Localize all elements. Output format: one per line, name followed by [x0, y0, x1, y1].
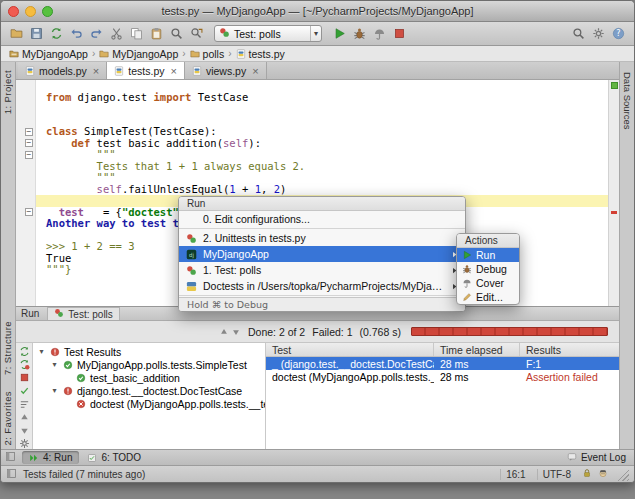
hide-passed-icon[interactable] — [17, 385, 31, 396]
inspector-icon[interactable] — [598, 468, 608, 478]
menu-item-mydjangoapp[interactable]: djMyDjangoApp — [179, 246, 465, 262]
code-line[interactable]: −class SimpleTest(TestCase): — [16, 126, 608, 138]
gutter[interactable]: − — [16, 149, 36, 161]
editor-tab-tests-py[interactable]: tests.py× — [107, 62, 185, 79]
gutter[interactable] — [16, 103, 36, 115]
code-line[interactable]: from django.test import TestCase — [16, 92, 608, 104]
gutter[interactable] — [16, 92, 36, 104]
code-line[interactable]: self.failUnlessEqual(1 + 1, 2) — [16, 184, 608, 196]
gutter[interactable] — [16, 184, 36, 196]
lock-icon[interactable] — [582, 468, 592, 478]
run-icon[interactable] — [330, 24, 349, 43]
toolwindow-tab-6-todo[interactable]: 6: TODO — [80, 451, 148, 464]
copy-icon[interactable] — [127, 24, 146, 43]
zoom-button[interactable] — [42, 6, 53, 17]
action-item-cover[interactable]: Cover — [457, 276, 519, 290]
sync-icon[interactable] — [47, 24, 66, 43]
editor-tab-models-py[interactable]: models.py× — [18, 62, 107, 79]
breadcrumb-item-tests-py[interactable]: tests.py — [234, 48, 287, 60]
close-button[interactable] — [8, 6, 19, 17]
action-item-debug[interactable]: Debug — [457, 262, 519, 276]
minimize-button[interactable] — [25, 6, 36, 17]
resize-grip[interactable] — [616, 468, 629, 481]
gutter[interactable] — [16, 172, 36, 184]
inspector-icon-slot[interactable] — [598, 468, 608, 480]
code-line[interactable]: − def test_basic_addition(self): — [16, 138, 608, 150]
editor-tab-views-py[interactable]: views.py× — [185, 62, 267, 79]
action-item-edit[interactable]: Edit... — [457, 290, 519, 304]
event-log-button[interactable]: Event Log — [567, 452, 630, 464]
fold-marker-icon[interactable]: − — [25, 128, 33, 136]
breadcrumb-item-mydjangoapp[interactable]: MyDjangoApp — [7, 48, 90, 60]
gutter[interactable]: − — [16, 126, 36, 138]
gutter[interactable] — [16, 115, 36, 127]
save-icon[interactable] — [27, 24, 46, 43]
sort-icon[interactable] — [17, 399, 31, 410]
gutter[interactable] — [16, 218, 36, 230]
run-panel-tab[interactable]: Test: polls — [47, 307, 119, 320]
toolwindow-button-project[interactable]: 1: Project — [2, 70, 13, 114]
fold-marker-icon[interactable]: − — [25, 208, 33, 216]
table-row[interactable]: doctest (MyDjangoApp.polls.tests.__test_… — [266, 370, 619, 383]
gutter[interactable] — [16, 80, 36, 92]
code-line[interactable]: − """ — [16, 149, 608, 161]
stop-icon[interactable] — [390, 24, 409, 43]
code-line[interactable]: Tests that 1 + 1 always equals 2. — [16, 161, 608, 173]
next-failed-icon[interactable] — [17, 425, 31, 436]
test-tree-node-doctest-mydjangoapp-polls-tests-te[interactable]: doctest (MyDjangoApp.polls.tests.__test_… — [33, 397, 265, 410]
stop-icon[interactable] — [17, 372, 31, 383]
breadcrumb-item-mydjangoapp[interactable]: MyDjangoApp — [97, 48, 180, 60]
settings-icon[interactable] — [17, 438, 31, 449]
redo-icon[interactable] — [87, 24, 106, 43]
menu-item-0-edit-configurations[interactable]: 0. Edit configurations... — [179, 211, 465, 227]
next-occurrence-icon[interactable] — [231, 327, 241, 337]
close-icon[interactable]: × — [170, 66, 176, 76]
breadcrumb-item-polls[interactable]: polls — [188, 48, 227, 60]
rerun-icon[interactable] — [17, 346, 31, 357]
gutter[interactable]: − — [16, 138, 36, 150]
close-icon[interactable]: × — [93, 66, 99, 76]
test-tree-node-django-test-doctest-doctestcase[interactable]: ▾django.test.__doctest.DocTestCase — [33, 384, 265, 397]
menu-item-2-unittests-in-tests-py[interactable]: 2. Unittests in tests.py — [179, 230, 465, 246]
tree-expander-icon[interactable]: ▾ — [37, 347, 46, 356]
rerun-failed-icon[interactable] — [17, 359, 31, 370]
toolwindow-button-structure[interactable]: 7: Structure — [2, 321, 13, 375]
prev-failed-icon[interactable] — [17, 412, 31, 423]
tree-expander-icon[interactable]: ▾ — [50, 360, 59, 369]
debug-icon[interactable] — [350, 24, 369, 43]
encoding-indicator[interactable]: UTF-8 — [537, 469, 576, 480]
lock-icon-slot[interactable] — [582, 468, 592, 480]
test-tree-node-mydjangoapp-polls-tests-simpletest[interactable]: ▾MyDjangoApp.polls.tests.SimpleTest — [33, 358, 265, 371]
gutter[interactable] — [16, 253, 36, 265]
statusbar-toggle-icon[interactable] — [6, 468, 17, 481]
code-line[interactable] — [16, 103, 608, 115]
toolwindow-toggle-icon[interactable] — [5, 451, 16, 464]
settings-icon[interactable] — [589, 24, 608, 43]
fold-marker-icon[interactable]: − — [25, 151, 33, 159]
search-icon[interactable] — [569, 24, 588, 43]
gutter[interactable] — [16, 264, 36, 276]
find-icon[interactable] — [167, 24, 186, 43]
replace-icon[interactable] — [187, 24, 206, 43]
error-stripe-mark[interactable] — [611, 211, 617, 214]
coverage-icon[interactable] — [370, 24, 389, 43]
code-line[interactable] — [16, 80, 608, 92]
toolwindow-button-favorites[interactable]: 2: Favorites — [2, 391, 13, 445]
run-config-select[interactable]: Test: polls ▾ — [214, 25, 322, 42]
gutter[interactable] — [16, 161, 36, 173]
tree-expander-icon[interactable]: ▾ — [50, 386, 59, 395]
caret-position[interactable]: 16:1 — [500, 469, 530, 480]
help-icon[interactable]: ? — [609, 24, 628, 43]
open-icon[interactable] — [7, 24, 26, 43]
cut-icon[interactable] — [107, 24, 126, 43]
paste-icon[interactable] — [147, 24, 166, 43]
editor-scrollbar[interactable] — [608, 80, 619, 306]
column-header-results[interactable]: Results — [520, 343, 619, 356]
test-tree-node-test-basic-addition[interactable]: test_basic_addition — [33, 371, 265, 384]
toggle-icon[interactable] — [5, 451, 16, 462]
toolwindow-tab-4-run[interactable]: 4: Run — [22, 451, 79, 464]
code-line[interactable]: """ — [16, 172, 608, 184]
gutter[interactable]: − — [16, 207, 36, 219]
menu-item-1-test-polls[interactable]: 1. Test: polls — [179, 262, 465, 278]
close-icon[interactable]: × — [252, 66, 258, 76]
